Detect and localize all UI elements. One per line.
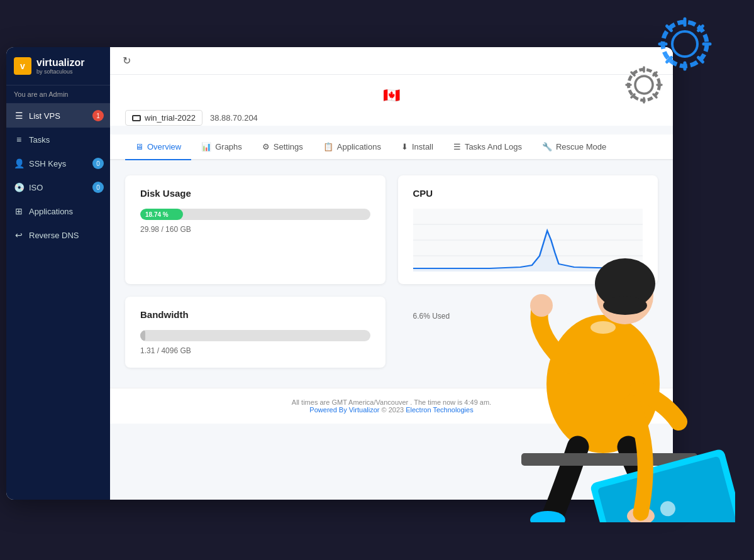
tab-install[interactable]: ⬇ Install bbox=[391, 135, 443, 160]
vps-ip: 38.88.70.204 bbox=[210, 113, 258, 123]
sidebar-item-list-vps[interactable]: ☰ List VPS 1 bbox=[6, 104, 110, 128]
bandwidth-progress-fill bbox=[140, 330, 145, 341]
iso-badge: 0 bbox=[92, 182, 104, 193]
disk-title: Disk Usage bbox=[140, 188, 370, 199]
bandwidth-unit: GB bbox=[180, 346, 191, 355]
bandwidth-total: 4096 bbox=[161, 346, 178, 355]
topbar: ↻ bbox=[110, 47, 673, 75]
footer-copyright: © 2023 bbox=[382, 406, 404, 414]
iso-icon: 💿 bbox=[14, 182, 24, 192]
country-flag: 🇨🇦 bbox=[383, 87, 400, 104]
bandwidth-progress-bar bbox=[140, 330, 370, 341]
rescue-icon: 🔧 bbox=[542, 142, 552, 151]
tab-label: Settings bbox=[274, 142, 303, 151]
disk-unit: GB bbox=[180, 225, 191, 234]
list-vps-badge: 1 bbox=[92, 110, 104, 121]
tab-label: Graphs bbox=[215, 142, 242, 151]
tab-label: Overview bbox=[147, 142, 181, 151]
applications-icon: ⊞ bbox=[14, 206, 24, 216]
sidebar-item-iso[interactable]: 💿 ISO 0 bbox=[6, 175, 110, 199]
settings-icon: ⚙ bbox=[262, 142, 270, 151]
logo-area: v virtualizor by softaculous bbox=[6, 47, 110, 85]
tasks-logs-icon: ☰ bbox=[453, 142, 461, 151]
sidebar-item-label: Reverse DNS bbox=[29, 231, 79, 240]
footer-powered-by[interactable]: Powered By Virtualizor bbox=[309, 406, 379, 414]
sidebar: v virtualizor by softaculous You are an … bbox=[6, 47, 110, 500]
ssh-icon: 👤 bbox=[14, 158, 24, 168]
disk-progress-bar: 18.74 % bbox=[140, 209, 370, 220]
sidebar-item-label: List VPS bbox=[29, 111, 60, 121]
vps-name-box: win_trial-2022 bbox=[125, 110, 202, 126]
sidebar-item-label: SSH Keys bbox=[29, 159, 66, 168]
app-sub: by softaculous bbox=[36, 69, 84, 75]
footer-company[interactable]: Electron Technologies bbox=[406, 406, 473, 414]
disk-usage-card: Disk Usage 18.74 % 29.98 / 160 GB bbox=[125, 175, 385, 284]
app-name: virtualizor bbox=[36, 57, 84, 68]
tab-tasks-logs[interactable]: ☰ Tasks And Logs bbox=[443, 135, 532, 160]
admin-badge: You are an Admin bbox=[6, 85, 110, 104]
gear-small-icon bbox=[622, 63, 666, 107]
list-vps-icon: ☰ bbox=[14, 111, 24, 121]
tab-rescue-mode[interactable]: 🔧 Rescue Mode bbox=[532, 135, 616, 160]
sidebar-item-label: Applications bbox=[29, 207, 73, 216]
flag-row: 🇨🇦 bbox=[125, 87, 658, 104]
install-icon: ⬇ bbox=[401, 142, 408, 151]
sidebar-item-label: ISO bbox=[29, 183, 43, 192]
bandwidth-usage-detail: 1.31 / 4096 GB bbox=[140, 346, 370, 355]
monitor-icon bbox=[132, 115, 141, 121]
tab-graphs[interactable]: 📊 Graphs bbox=[191, 135, 252, 160]
vps-header: 🇨🇦 win_trial-2022 38.88.70.204 bbox=[110, 75, 673, 126]
bandwidth-card: Bandwidth 1.31 / 4096 GB bbox=[125, 297, 385, 368]
applications-tab-icon: 📋 bbox=[323, 142, 333, 151]
bandwidth-used: 1.31 bbox=[140, 346, 155, 355]
logo-icon: v bbox=[14, 57, 31, 75]
tab-bar: 🖥 Overview 📊 Graphs ⚙ Settings 📋 Applica… bbox=[110, 135, 673, 160]
tab-overview[interactable]: 🖥 Overview bbox=[125, 135, 191, 160]
reverse-dns-icon: ↩ bbox=[14, 230, 24, 240]
tab-label: Tasks And Logs bbox=[465, 142, 522, 151]
svg-point-5 bbox=[603, 296, 647, 315]
sidebar-item-tasks[interactable]: ≡ Tasks bbox=[6, 128, 110, 151]
tab-settings[interactable]: ⚙ Settings bbox=[252, 135, 313, 160]
tasks-icon: ≡ bbox=[14, 135, 24, 145]
bandwidth-title: Bandwidth bbox=[140, 309, 370, 320]
vps-title-row: win_trial-2022 38.88.70.204 bbox=[125, 110, 658, 126]
disk-usage-detail: 29.98 / 160 GB bbox=[140, 225, 370, 234]
graphs-icon: 📊 bbox=[201, 142, 211, 151]
disk-used: 29.98 bbox=[140, 225, 159, 234]
svg-point-6 bbox=[530, 294, 553, 317]
sidebar-item-label: Tasks bbox=[29, 135, 50, 145]
disk-total: 160 bbox=[165, 225, 178, 234]
disk-percent-label: 18.74 % bbox=[145, 211, 169, 218]
ssh-badge: 0 bbox=[92, 158, 104, 169]
illustration bbox=[471, 208, 735, 522]
tab-label: Install bbox=[412, 142, 433, 151]
overview-icon: 🖥 bbox=[135, 142, 143, 151]
svg-point-19 bbox=[590, 321, 616, 334]
sidebar-item-applications[interactable]: ⊞ Applications bbox=[6, 199, 110, 223]
sidebar-item-ssh-keys[interactable]: 👤 SSH Keys 0 bbox=[6, 151, 110, 175]
sidebar-item-reverse-dns[interactable]: ↩ Reverse DNS bbox=[6, 223, 110, 247]
disk-progress-fill: 18.74 % bbox=[140, 209, 183, 220]
tab-applications[interactable]: 📋 Applications bbox=[313, 135, 391, 160]
cpu-title: CPU bbox=[413, 188, 643, 199]
refresh-button[interactable]: ↻ bbox=[123, 55, 131, 67]
tab-label: Rescue Mode bbox=[556, 142, 606, 151]
tab-label: Applications bbox=[337, 142, 381, 151]
vps-name: win_trial-2022 bbox=[145, 113, 196, 123]
footer-timezone: All times are GMT America/Vancouver . Th… bbox=[292, 398, 462, 406]
